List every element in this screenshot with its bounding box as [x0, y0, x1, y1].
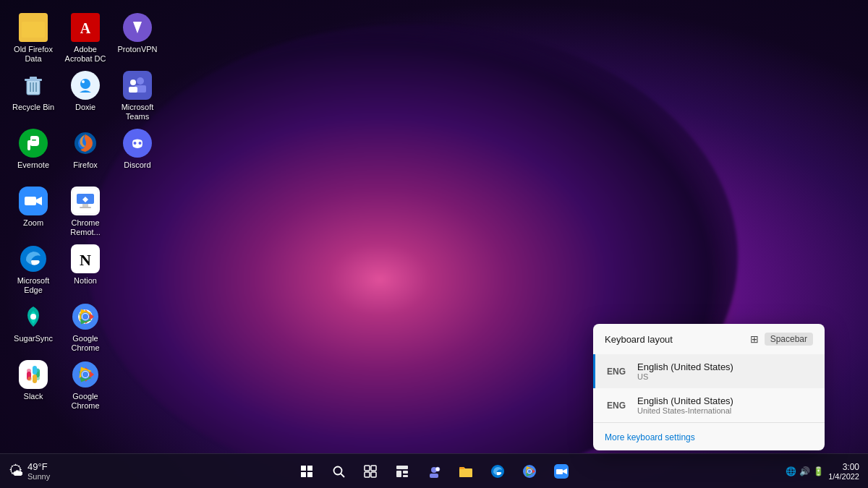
icon-row-0: Old Firefox Data A Adobe Acrobat DC Prot… — [7, 7, 163, 65]
svg-point-59 — [334, 466, 342, 474]
icon-row-3: Zoom Chrome Remot... — [7, 181, 163, 239]
tray-icon-network[interactable]: 🌐 — [786, 466, 796, 476]
icon-label-teams: Microsoft Teams — [113, 103, 162, 121]
svg-point-14 — [82, 80, 85, 83]
task-view-button[interactable] — [356, 457, 385, 486]
teams-chat-button[interactable] — [420, 457, 448, 486]
desktop-icon-slack[interactable]: Slack — [7, 354, 59, 412]
clock-time: 3:00 — [828, 462, 859, 472]
more-keyboard-settings-link[interactable]: More keyboard settings — [605, 432, 695, 442]
desktop-icon-sugarsync[interactable]: SugarSync — [7, 296, 59, 354]
svg-rect-42 — [20, 361, 46, 388]
popup-footer: More keyboard settings — [593, 422, 825, 450]
doxie-icon — [71, 71, 100, 100]
weather-condition: Sunny — [27, 472, 50, 481]
desktop-icon-protonvpn[interactable]: ProtonVPN — [111, 7, 163, 65]
temperature: 49°F — [27, 461, 50, 472]
tray-icon-battery[interactable]: 🔋 — [813, 466, 824, 476]
widgets-button[interactable] — [388, 457, 417, 486]
desktop-icon-edge[interactable]: Microsoft Edge — [7, 239, 59, 296]
svg-point-41 — [82, 314, 88, 320]
desktop-icon-notion[interactable]: N Notion — [59, 239, 111, 296]
taskbar-right: 🌐 🔊 🔋 3:00 1/4/2022 — [576, 462, 868, 481]
start-button[interactable] — [292, 457, 321, 486]
adobe-icon: A — [71, 13, 100, 42]
zoom-icon — [19, 187, 48, 215]
desktop-icon-discord[interactable]: Discord — [111, 123, 163, 181]
svg-text:N: N — [80, 251, 91, 269]
weather-widget[interactable]: 🌤 49°F Sunny — [9, 461, 50, 481]
lang-sub-intl: United States-International — [637, 406, 813, 415]
svg-point-36 — [30, 314, 36, 320]
icon-label-discord: Discord — [124, 160, 150, 170]
icon-label-zoom: Zoom — [23, 218, 43, 228]
spacebar-badge[interactable]: Spacebar — [765, 333, 813, 346]
icon-row-2: Evernote Firefox — [7, 123, 163, 181]
svg-rect-28 — [25, 197, 36, 205]
desktop-icon-old-firefox-data[interactable]: Old Firefox Data — [7, 7, 59, 65]
icon-label-google-chrome-1: Google Chrome — [61, 334, 110, 353]
desktop-icon-chrome-remote[interactable]: Chrome Remot... — [59, 181, 111, 239]
svg-rect-66 — [396, 471, 401, 477]
firefox-icon — [71, 129, 100, 158]
tray-icon-sound[interactable]: 🔊 — [799, 466, 810, 476]
svg-point-80 — [528, 469, 531, 472]
desktop-icon-evernote[interactable]: Evernote — [7, 123, 59, 181]
teams-icon — [123, 71, 152, 100]
icon-label-doxie: Doxie — [75, 103, 95, 112]
svg-point-25 — [134, 142, 137, 145]
desktop-icon-adobe-acrobat[interactable]: A Adobe Acrobat DC — [59, 7, 111, 65]
svg-rect-50 — [35, 368, 39, 372]
file-explorer-button[interactable] — [451, 457, 480, 486]
svg-rect-8 — [30, 77, 37, 80]
svg-rect-63 — [365, 472, 370, 477]
svg-point-33 — [20, 246, 46, 272]
svg-rect-21 — [32, 140, 36, 141]
svg-rect-32 — [80, 207, 91, 208]
svg-rect-55 — [301, 466, 306, 471]
keyboard-option-international[interactable]: ENG English (United States) United State… — [593, 388, 825, 422]
lang-code-us: ENG — [607, 367, 629, 377]
chrome-taskbar-button[interactable] — [515, 457, 544, 486]
desktop-icon-google-chrome-2[interactable]: Google Chrome — [59, 354, 111, 412]
weather-text: 49°F Sunny — [27, 461, 50, 481]
svg-rect-61 — [365, 466, 370, 471]
desktop-icon-recycle-bin[interactable]: Recycle Bin — [7, 65, 59, 123]
clock-date: 1/4/2022 — [828, 472, 859, 481]
svg-rect-31 — [82, 204, 88, 207]
desktop-icon-google-chrome-1[interactable]: Google Chrome — [59, 296, 111, 354]
desktop-icon-doxie[interactable]: Doxie — [59, 65, 111, 123]
lang-code-intl: ENG — [607, 401, 629, 411]
desktop-icons-area: Old Firefox Data A Adobe Acrobat DC Prot… — [7, 7, 163, 412]
icon-label-old-firefox-data: Old Firefox Data — [9, 45, 58, 64]
icon-label-recycle-bin: Recycle Bin — [12, 103, 54, 112]
lang-sub-us: US — [637, 372, 813, 381]
search-button[interactable] — [324, 457, 353, 486]
svg-rect-58 — [307, 472, 312, 477]
lang-name-intl: English (United States) — [637, 395, 813, 406]
desktop-icon-teams[interactable]: Microsoft Teams — [111, 65, 163, 123]
weather-icon: 🌤 — [9, 463, 23, 479]
icon-label-google-chrome-2: Google Chrome — [61, 392, 110, 411]
svg-rect-82 — [556, 469, 563, 474]
edge-icon — [19, 244, 48, 273]
lang-info-us: English (United States) US — [637, 361, 813, 381]
icon-label-protonvpn: ProtonVPN — [117, 45, 157, 54]
icon-row-4: Microsoft Edge N Notion — [7, 239, 163, 296]
keyboard-option-us[interactable]: ENG English (United States) US — [593, 354, 825, 388]
zoom-taskbar-button[interactable] — [547, 457, 576, 486]
evernote-icon — [19, 129, 48, 158]
svg-point-16 — [137, 77, 144, 85]
taskbar-center — [292, 457, 576, 486]
edge-taskbar-button[interactable] — [483, 457, 512, 486]
svg-rect-48 — [27, 377, 32, 381]
desktop-icon-zoom[interactable]: Zoom — [7, 181, 59, 239]
grid-icon: ⊞ — [750, 333, 759, 345]
svg-rect-56 — [307, 466, 312, 471]
svg-rect-70 — [430, 474, 438, 478]
icon-row-6: Slack Google Chrome — [7, 354, 163, 412]
svg-point-26 — [139, 142, 142, 145]
desktop-icon-firefox[interactable]: Firefox — [59, 123, 111, 181]
taskbar-left: 🌤 49°F Sunny — [0, 461, 292, 481]
taskbar-clock[interactable]: 3:00 1/4/2022 — [828, 462, 859, 481]
